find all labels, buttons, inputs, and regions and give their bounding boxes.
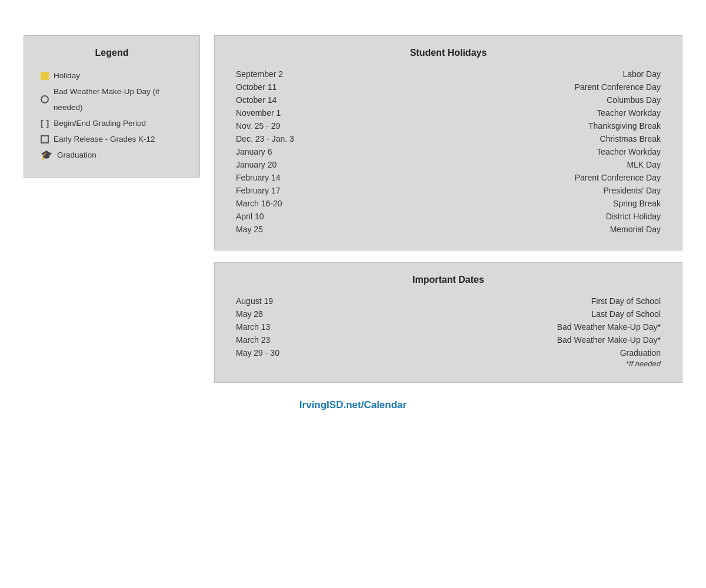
- holiday-event: Parent Conference Day: [308, 81, 665, 93]
- holiday-date: November 1: [231, 106, 308, 119]
- legend-item-holiday: Holiday: [41, 68, 183, 83]
- legend-item-early-release: Early Release - Grades K-12: [41, 131, 183, 147]
- holiday-row: November 1 Teacher Workday: [231, 106, 665, 119]
- holiday-date: March 16-20: [231, 197, 308, 210]
- important-event: Bad Weather Make-Up Day*: [308, 320, 665, 333]
- holiday-row: May 25 Memorial Day: [231, 223, 665, 236]
- important-date: March 23: [231, 333, 308, 346]
- holiday-date: October 14: [231, 93, 308, 106]
- holiday-date: February 14: [231, 171, 308, 184]
- holiday-date: October 11: [231, 81, 308, 93]
- legend-label-graduation: Graduation: [57, 147, 96, 163]
- right-panel: Student Holidays September 2 Labor Day O…: [214, 35, 682, 383]
- holiday-event: Teacher Workday: [308, 106, 665, 119]
- important-event: First Day of School: [308, 295, 665, 308]
- holiday-event: Spring Break: [308, 197, 665, 210]
- footnote: *If needed: [231, 359, 665, 368]
- student-holidays-title: Student Holidays: [231, 48, 665, 58]
- holiday-event: Memorial Day: [308, 223, 665, 236]
- holiday-row: February 14 Parent Conference Day: [231, 171, 665, 184]
- holiday-date: January 20: [231, 158, 308, 171]
- holiday-date: Nov. 25 - 29: [231, 119, 308, 132]
- holiday-event: MLK Day: [308, 158, 665, 171]
- circle-icon: [41, 95, 49, 103]
- student-holidays-table: September 2 Labor Day October 11 Parent …: [231, 68, 665, 236]
- important-row: March 23 Bad Weather Make-Up Day*: [231, 333, 665, 346]
- holiday-date: January 6: [231, 145, 308, 158]
- important-event: Last Day of School: [308, 308, 665, 320]
- holiday-event: Thanksgiving Break: [308, 119, 665, 132]
- bracket-icon: [ ]: [41, 119, 49, 128]
- holiday-event: Parent Conference Day: [308, 171, 665, 184]
- legend-title: Legend: [41, 48, 183, 58]
- important-date: August 19: [231, 295, 308, 308]
- important-dates-table: August 19 First Day of School May 28 Las…: [231, 295, 665, 359]
- holiday-date: May 25: [231, 223, 308, 236]
- important-dates-title: Important Dates: [231, 275, 665, 285]
- holiday-row: September 2 Labor Day: [231, 68, 665, 81]
- legend-item-graduation: 🎓 Graduation: [41, 147, 183, 163]
- student-holidays-card: Student Holidays September 2 Labor Day O…: [214, 35, 682, 250]
- legend-label-bad-weather: Bad Weather Make-Up Day (if needed): [54, 83, 183, 115]
- holiday-icon: [41, 72, 49, 80]
- legend-label-early-release: Early Release - Grades K-12: [54, 131, 155, 147]
- holiday-row: Nov. 25 - 29 Thanksgiving Break: [231, 119, 665, 132]
- holiday-event: Columbus Day: [308, 93, 665, 106]
- holiday-row: October 14 Columbus Day: [231, 93, 665, 106]
- legend-label-holiday: Holiday: [54, 68, 80, 83]
- holiday-row: Dec. 23 - Jan. 3 Christmas Break: [231, 132, 665, 145]
- footer-link[interactable]: IrvingISD.net/Calendar: [24, 399, 682, 411]
- grad-icon: 🎓: [41, 151, 52, 160]
- holiday-event: Teacher Workday: [308, 145, 665, 158]
- important-row: March 13 Bad Weather Make-Up Day*: [231, 320, 665, 333]
- holiday-event: Presidents' Day: [308, 184, 665, 197]
- holiday-row: October 11 Parent Conference Day: [231, 81, 665, 93]
- legend-item-grading: [ ] Begin/End Grading Period: [41, 115, 183, 131]
- important-row: August 19 First Day of School: [231, 295, 665, 308]
- important-row: May 29 - 30 Graduation: [231, 346, 665, 359]
- main-layout: Legend Holiday Bad Weather Make-Up Day (…: [24, 35, 682, 383]
- important-date: May 28: [231, 308, 308, 320]
- legend-list: Holiday Bad Weather Make-Up Day (if need…: [41, 68, 183, 163]
- holiday-date: February 17: [231, 184, 308, 197]
- important-dates-card: Important Dates August 19 First Day of S…: [214, 262, 682, 383]
- holiday-event: Christmas Break: [308, 132, 665, 145]
- important-event: Bad Weather Make-Up Day*: [308, 333, 665, 346]
- important-event: Graduation: [308, 346, 665, 359]
- holiday-row: February 17 Presidents' Day: [231, 184, 665, 197]
- holiday-row: January 6 Teacher Workday: [231, 145, 665, 158]
- left-panel: Legend Holiday Bad Weather Make-Up Day (…: [24, 35, 200, 178]
- legend-item-bad-weather: Bad Weather Make-Up Day (if needed): [41, 83, 183, 115]
- holiday-date: Dec. 23 - Jan. 3: [231, 132, 308, 145]
- holiday-row: April 10 District Holiday: [231, 210, 665, 223]
- square-icon: [41, 135, 49, 143]
- holiday-event: District Holiday: [308, 210, 665, 223]
- important-date: May 29 - 30: [231, 346, 308, 359]
- holiday-row: January 20 MLK Day: [231, 158, 665, 171]
- holiday-row: March 16-20 Spring Break: [231, 197, 665, 210]
- holiday-event: Labor Day: [308, 68, 665, 81]
- important-date: March 13: [231, 320, 308, 333]
- legend-card: Legend Holiday Bad Weather Make-Up Day (…: [24, 35, 200, 178]
- holiday-date: April 10: [231, 210, 308, 223]
- holiday-date: September 2: [231, 68, 308, 81]
- important-row: May 28 Last Day of School: [231, 308, 665, 320]
- legend-label-grading: Begin/End Grading Period: [54, 115, 146, 131]
